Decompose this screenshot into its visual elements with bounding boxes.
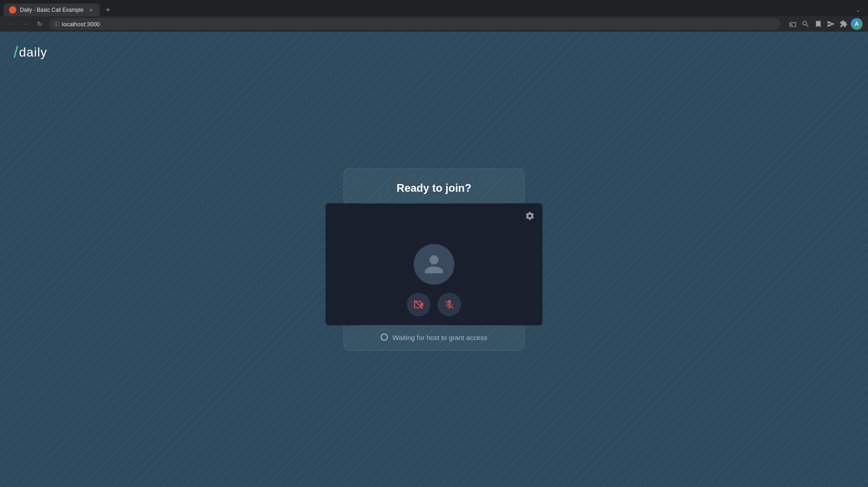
status-text: Waiting for host to grant access <box>392 333 487 341</box>
logo: / daily <box>14 44 47 61</box>
new-tab-button[interactable]: + <box>102 4 114 16</box>
camera-toggle-button[interactable] <box>407 293 430 316</box>
tab-expand-icon: ⌄ <box>852 4 864 16</box>
settings-button[interactable] <box>523 208 537 223</box>
status-row: Waiting for host to grant access <box>381 333 487 341</box>
reload-button[interactable]: ↻ <box>34 19 45 29</box>
join-card: Ready to join? <box>344 168 524 350</box>
forward-button[interactable]: → <box>20 19 31 29</box>
bookmark-icon[interactable] <box>813 19 824 29</box>
tab-close-button[interactable]: ✕ <box>87 6 94 14</box>
media-controls <box>407 293 461 316</box>
active-tab[interactable]: Daily - Basic Call Example ✕ <box>4 4 100 16</box>
avatar <box>414 244 454 284</box>
cast-icon[interactable] <box>788 19 798 29</box>
page-content: / daily Ready to join? <box>0 32 868 487</box>
status-indicator <box>381 334 388 341</box>
extensions-icon[interactable] <box>838 19 849 29</box>
lock-icon: ⓘ <box>54 21 59 28</box>
profile-icon[interactable]: A <box>851 18 863 30</box>
tab-favicon <box>9 6 16 14</box>
video-preview <box>326 203 542 325</box>
tab-title: Daily - Basic Call Example <box>20 7 84 13</box>
ready-title: Ready to join? <box>396 181 471 194</box>
url-bar[interactable]: ⓘ localhost:3000 <box>49 18 780 30</box>
browser-chrome: Daily - Basic Call Example ✕ + ⌄ ← → ↻ ⓘ… <box>0 0 868 32</box>
main-container: Ready to join? <box>344 168 524 350</box>
zoom-icon[interactable] <box>800 19 811 29</box>
back-button[interactable]: ← <box>5 19 16 29</box>
toolbar-icons: A <box>788 18 863 30</box>
send-icon[interactable] <box>826 19 836 29</box>
tab-bar: Daily - Basic Call Example ✕ + ⌄ <box>0 0 868 16</box>
url-text: localhost:3000 <box>62 21 100 28</box>
mic-toggle-button[interactable] <box>438 293 461 316</box>
logo-slash: / <box>14 44 18 61</box>
address-bar: ← → ↻ ⓘ localhost:3000 A <box>0 16 868 32</box>
logo-text: daily <box>19 45 47 60</box>
